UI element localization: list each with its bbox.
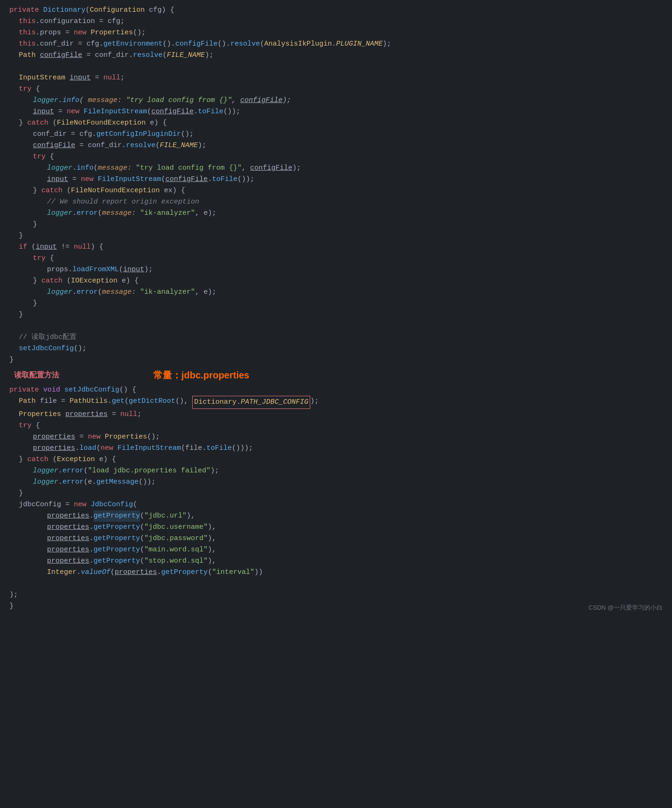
code-line: conf_dir = cfg.getConfigInPluginDir();	[0, 129, 672, 140]
code-line: jdbcConfig = new JdbcConfig(	[0, 499, 672, 510]
code-line: properties = new Properties();	[0, 431, 672, 443]
code-line: }	[0, 230, 672, 242]
code-line: properties.getProperty("main.word.sql"),	[0, 544, 672, 556]
code-line: setJdbcConfig();	[0, 343, 672, 354]
code-line: }	[0, 488, 672, 499]
code-container: private Dictionary(Configuration cfg) { …	[0, 0, 672, 617]
code-line: logger.error("load jdbc.properties faile…	[0, 465, 672, 477]
code-line: Integer.valueOf(properties.getProperty("…	[0, 567, 672, 578]
annotations-row: 读取配置方法 常量：jdbc.properties	[0, 366, 672, 384]
code-line: }	[0, 354, 672, 366]
annotation-left: 读取配置方法	[14, 369, 59, 381]
code-line: } catch (FileNotFoundException ex) {	[0, 185, 672, 196]
annotation-right: 常量：jdbc.properties	[153, 368, 249, 383]
code-line: // 读取jdbc配置	[0, 332, 672, 343]
code-line-blank	[0, 61, 672, 72]
code-line: this.configuration = cfg;	[0, 16, 672, 27]
code-line: private Dictionary(Configuration cfg) {	[0, 5, 672, 16]
code-line: logger.error(e.getMessage());	[0, 477, 672, 488]
keyword-this: this	[19, 16, 36, 27]
logger-call: logger.info( message: "try load config f…	[33, 95, 291, 106]
code-line: properties.load(new FileInputStream(file…	[0, 443, 672, 454]
code-line: Properties properties = null;	[0, 409, 672, 420]
code-line: }	[0, 601, 672, 612]
fn-dictionary: Dictionary	[43, 5, 86, 16]
code-line: }	[0, 298, 672, 309]
code-line: props.loadFromXML(input);	[0, 264, 672, 275]
code-line: properties.getProperty("stop.word.sql"),	[0, 556, 672, 567]
watermark: CSDN @一只爱学习的小白	[588, 603, 663, 613]
code-line: logger.info( message: "try load config f…	[0, 163, 672, 174]
keyword-private: private	[9, 5, 39, 16]
code-line: input = new FileInputStream(configFile.t…	[0, 174, 672, 185]
code-line: }	[0, 219, 672, 230]
code-line: );	[0, 589, 672, 601]
fn-getenv: getEnvironment	[103, 39, 163, 50]
code-line: try {	[0, 151, 672, 163]
code-line: configFile = conf_dir.resolve(FILE_NAME)…	[0, 140, 672, 151]
code-line: properties.getProperty("jdbc.username"),	[0, 522, 672, 533]
code-line: } catch (FileNotFoundException e) {	[0, 118, 672, 129]
code-line: input = new FileInputStream(configFile.t…	[0, 106, 672, 118]
code-line: this.props = new Properties();	[0, 27, 672, 39]
code-line-blank	[0, 321, 672, 332]
code-line: private void setJdbcConfig() {	[0, 384, 672, 396]
var-configfile: configFile	[40, 50, 82, 61]
const-filename: FILE_NAME	[167, 50, 205, 61]
type-properties: Properties	[91, 27, 133, 39]
code-line: this.conf_dir = cfg.getEnvironment().con…	[0, 39, 672, 50]
code-line: logger.error( message: "ik-analyzer", e)…	[0, 208, 672, 219]
code-line: try {	[0, 253, 672, 264]
code-line: InputStream input = null;	[0, 72, 672, 84]
const-plugin-name: PLUGIN_NAME	[336, 39, 383, 50]
code-line: } catch (Exception e) {	[0, 454, 672, 465]
code-line-blank	[0, 578, 672, 589]
code-line: logger.info( message: "try load config f…	[0, 95, 672, 106]
code-line: Path configFile = conf_dir.resolve(FILE_…	[0, 50, 672, 61]
code-line: // We should report origin exception	[0, 196, 672, 208]
code-line: logger.error( message: "ik-analyzer", e)…	[0, 287, 672, 298]
code-line: properties.getProperty("jdbc.url"),	[0, 510, 672, 522]
code-line: properties.getProperty("jdbc.password"),	[0, 533, 672, 544]
code-line: if (input != null) {	[0, 242, 672, 253]
type-configuration: Configuration	[90, 5, 145, 16]
code-line: try {	[0, 84, 672, 95]
code-line: try {	[0, 420, 672, 431]
code-line: } catch (IOException e) {	[0, 275, 672, 287]
code-line: }	[0, 309, 672, 321]
code-line: Path file = PathUtils.get(getDictRoot(),…	[0, 396, 672, 409]
